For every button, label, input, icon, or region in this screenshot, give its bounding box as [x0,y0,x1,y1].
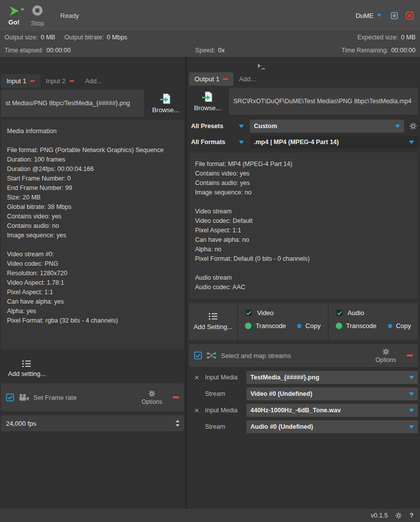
toolbar: Go! Stop Ready DuME [0,0,420,31]
map-streams-title: Select and map streams [221,352,291,359]
tab-input-2[interactable]: Input 2 [40,74,80,88]
enabled-checkbox-icon[interactable] [6,393,14,401]
close-tab-icon[interactable] [69,80,74,82]
video-section: Video Transcode Copy [238,303,327,340]
tab-add-output[interactable]: Add... [233,72,261,86]
format-row: All Formats .mp4 | MP4 (MPEG-4 Part 14) [189,136,418,149]
remove-stream-button[interactable]: ✕ [193,374,201,381]
audio-copy-radio[interactable]: Copy [388,322,411,330]
audio-checkbox[interactable] [336,309,343,317]
tab-add-input[interactable]: Add... [80,74,108,88]
time-elapsed-label: Time elapsed: [4,47,43,54]
formats-filter-select[interactable]: All Formats [189,136,246,149]
options-label: Options [142,398,162,405]
copy-label: Copy [305,322,320,330]
chevron-down-icon [239,125,244,128]
format-value: .mp4 | MP4 (MPEG-4 Part 14) [254,139,339,146]
copy-label: Copy [396,322,411,330]
preset-settings-button[interactable] [408,121,418,131]
chevron-down-icon [409,409,414,412]
map-row-input-media-1: ✕ Input Media TestMedia_{#####}.png [193,371,418,384]
tab-label: Add... [239,75,256,83]
remove-setting-button[interactable] [173,396,179,398]
spinner-arrows[interactable] [175,419,181,428]
spin-up-icon[interactable] [176,420,180,422]
list-icon [22,360,31,367]
media-info-title: Media information [7,127,178,136]
input-file-path-input[interactable]: st Medias/PNG 8bpc/TestMedia_{#####}.png [1,90,144,117]
output-file-path-input[interactable]: SRC\RxOT\DuQF\DuME\Test Medias\PNG 8bpc\… [229,88,418,115]
splitter-handle[interactable] [257,63,266,70]
version-label: v0.1.5 [371,512,388,519]
output-media-info: File format: MP4 (MPEG-4 Part 14) Contai… [189,153,418,299]
close-window-button[interactable] [405,10,415,21]
stream-map-icon [207,351,216,359]
input-tabs: Input 1 Input 2 Add... [1,74,184,88]
map-streams-options-button[interactable]: Options [376,348,396,363]
media-info-text: File format: PNG (Portable Network Graph… [7,146,178,326]
remove-stream-button[interactable]: ✕ [193,407,201,414]
video-checkbox[interactable] [245,309,252,317]
spin-down-icon[interactable] [176,424,180,427]
go-button[interactable]: Go! [5,3,23,28]
status-text: Ready [60,12,79,19]
save-file-icon [202,91,213,103]
go-icon [8,5,20,17]
tab-label: Input 1 [6,77,26,85]
output-size-label: Output size: [4,34,38,41]
stream-select[interactable]: Audio #0 (Undefined) [246,420,418,433]
add-input-setting-button[interactable]: Add setting... [4,358,50,379]
input-media-select[interactable]: 440Hz-1000Hz_-6dB_Tone.wav [246,404,418,417]
expected-size-label: Expected size: [358,34,398,41]
output-browse-button[interactable]: Browse... [189,88,226,115]
preset-select[interactable]: Custom [250,120,404,133]
transcode-label: Transcode [255,322,286,330]
stop-button[interactable]: Stop [28,2,47,29]
dume-window: Go! Stop Ready DuME Output size:0 MB Out… [0,0,420,522]
presets-filter-select[interactable]: All Presets [189,120,246,133]
output-tabs: Output 1 Add... [189,72,418,86]
input-media-info: Media information File format: PNG (Port… [1,120,184,349]
restore-icon [390,11,399,20]
gear-icon [409,122,417,130]
stream-mapping-list: ✕ Input Media TestMedia_{#####}.png Stre… [189,371,418,433]
stream-value: Video #0 (Undefined) [250,390,312,397]
help-button[interactable]: ? [410,512,414,519]
audio-transcode-radio[interactable]: Transcode [336,322,377,330]
video-transcode-radio[interactable]: Transcode [245,322,286,330]
open-file-icon [160,93,172,105]
output-size-value: 0 MB [41,34,55,41]
remove-setting-button[interactable] [407,354,413,356]
frame-rate-options-button[interactable]: Options [142,390,162,405]
video-copy-radio[interactable]: Copy [297,322,320,330]
go-preset-caret-icon[interactable] [20,8,24,11]
settings-button[interactable] [394,511,403,520]
output-bitrate-value: 0 Mbps [107,34,127,41]
tab-output-1[interactable]: Output 1 [189,72,233,86]
output-bitrate-label: Output bitrate: [64,34,104,41]
input-media-select[interactable]: TestMedia_{#####}.png [246,371,418,384]
app-menu[interactable]: DuME [353,10,384,21]
format-select[interactable]: .mp4 | MP4 (MPEG-4 Part 14) [250,136,418,149]
tab-label: Add... [85,77,102,85]
close-tab-icon[interactable] [223,78,228,80]
enabled-checkbox-icon[interactable] [194,351,202,359]
add-output-setting-button[interactable]: Add Setting... [189,303,237,340]
time-elapsed-value: 00:00:00 [46,47,71,54]
frame-rate-input[interactable]: 24,000 fps [1,415,184,431]
radio-selected-icon [245,323,251,329]
tab-input-1[interactable]: Input 1 [1,74,40,88]
restore-window-button[interactable] [389,10,400,21]
video-camera-icon [18,394,29,401]
stream-select[interactable]: Video #0 (Undefined) [246,387,418,400]
browse-label: Browse... [152,106,179,114]
time-remaining-label: Time Remaining: [341,47,388,54]
transcode-label: Transcode [346,322,377,330]
stop-button-label: Stop [31,19,44,27]
progress-statusbar: Output size:0 MB Output bitrate:0 Mbps E… [0,31,420,57]
chevron-down-icon [409,425,414,429]
input-browse-button[interactable]: Browse... [147,90,184,117]
close-tab-icon[interactable] [30,80,35,82]
main-area: Input 1 Input 2 Add... st Medias/PNG 8bp… [0,57,420,509]
frame-rate-block-header: Set Frame rate Options [1,383,184,411]
